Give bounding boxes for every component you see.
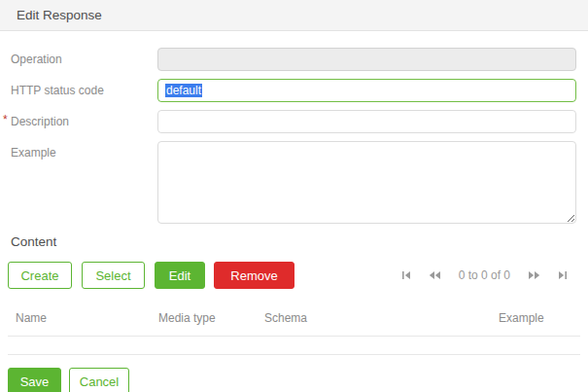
table-header-schema: Schema: [264, 311, 499, 325]
table-header-row: Name Media type Schema Example: [8, 303, 580, 337]
edit-button[interactable]: Edit: [155, 262, 205, 289]
form-row-operation: Operation: [11, 48, 576, 71]
last-page-icon[interactable]: [557, 269, 569, 281]
dialog-header: Edit Response: [0, 0, 588, 31]
form-row-description: * Description: [11, 110, 576, 133]
create-button[interactable]: Create: [8, 262, 72, 289]
remove-button[interactable]: Remove: [214, 262, 294, 289]
fast-backward-icon[interactable]: [428, 269, 441, 281]
table-empty-row: [8, 337, 580, 355]
cancel-button[interactable]: Cancel: [69, 368, 129, 392]
example-label: Example: [11, 141, 157, 160]
first-page-icon[interactable]: [400, 269, 412, 281]
pagination-controls: 0 to 0 of 0: [393, 268, 576, 282]
required-asterisk-icon: *: [3, 113, 8, 126]
content-toolbar: Create Select Edit Remove 0 to 0 of 0: [8, 262, 576, 289]
http-status-selected-text: default: [165, 84, 202, 97]
form-area: Operation HTTP status code default * Des…: [0, 31, 588, 224]
edit-response-dialog: Edit Response Operation HTTP status code…: [0, 0, 588, 392]
description-label: * Description: [11, 110, 157, 128]
table-header-media-type: Media type: [158, 311, 264, 325]
description-input[interactable]: [157, 110, 576, 133]
description-label-text: Description: [11, 115, 69, 128]
pager-count-text: 0 to 0 of 0: [459, 268, 510, 282]
content-table: Name Media type Schema Example: [8, 303, 580, 355]
save-button[interactable]: Save: [8, 368, 61, 392]
fast-forward-icon[interactable]: [528, 269, 541, 281]
content-section-heading: Content: [11, 234, 588, 249]
select-button[interactable]: Select: [82, 262, 145, 289]
operation-label: Operation: [11, 48, 157, 66]
http-status-label: HTTP status code: [11, 79, 157, 97]
dialog-title: Edit Response: [17, 8, 102, 22]
example-textarea[interactable]: [157, 141, 576, 224]
table-header-example: Example: [499, 311, 580, 325]
table-header-name: Name: [8, 311, 158, 325]
operation-input: [157, 48, 576, 71]
dialog-footer: Save Cancel: [8, 368, 588, 392]
form-row-example: Example: [11, 141, 576, 224]
http-status-input[interactable]: default: [157, 79, 576, 102]
form-row-http-status: HTTP status code default: [11, 79, 576, 102]
